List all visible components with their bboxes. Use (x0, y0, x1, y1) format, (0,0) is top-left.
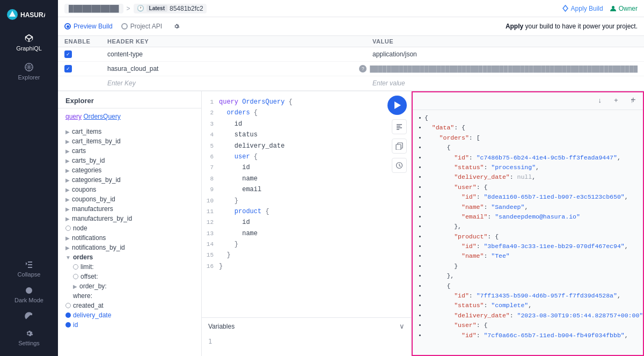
sidebar-collapse-btn[interactable]: Collapse (0, 256, 58, 282)
list-item[interactable]: offset: (58, 272, 201, 281)
latest-badge: Latest (147, 5, 167, 12)
query-line: 16 } (202, 261, 411, 272)
query-editor-main[interactable]: 1 query OrdersQuery { 2 orders { 3 id 4 … (202, 91, 411, 317)
result-line: • } (418, 261, 638, 271)
history-button[interactable] (392, 158, 407, 173)
expand-button[interactable]: + (610, 95, 623, 107)
list-item[interactable]: ▶ carts (58, 146, 201, 156)
top-bar: ███████████ > 🕐 Latest 85481b2fc2 Apply … (58, 0, 644, 17)
explorer-query-name: query OrdersQuery (58, 108, 201, 125)
main-content: ███████████ > 🕐 Latest 85481b2fc2 Apply … (58, 0, 644, 356)
result-line: • "name": "Sandeep", (418, 202, 638, 212)
prettify-button[interactable] (392, 119, 407, 134)
query-line: 1 query OrdersQuery { (202, 97, 411, 107)
list-item[interactable]: created_at (58, 301, 201, 310)
apply-build-button[interactable]: Apply Build (562, 5, 603, 12)
sidebar-darkmode-btn[interactable]: Dark Mode (0, 282, 58, 308)
list-item[interactable]: ▶ notifications (58, 233, 201, 243)
masked-value: ████████████████████████████████████████… (370, 66, 638, 72)
tab-preview-build[interactable]: Preview Build (64, 23, 113, 30)
key-cell-2: hasura_cloud_pat (107, 65, 359, 72)
result-line: • "status": "processing", (418, 163, 638, 172)
checkbox-1[interactable] (64, 50, 72, 58)
list-item[interactable]: ▶ coupons (58, 185, 201, 194)
list-item[interactable]: limit: (58, 262, 201, 272)
headers-section: Preview Build Project API Apply your bui… (58, 17, 644, 91)
headers-settings-button[interactable] (171, 20, 182, 32)
list-item[interactable]: ▶ cart_items_by_id (58, 136, 201, 146)
sidebar-logo: HASURA (0, 5, 58, 28)
result-line: • "product": { (418, 232, 638, 242)
variables-body[interactable]: 1 (202, 335, 411, 356)
checkbox-2[interactable] (64, 65, 72, 72)
placeholder-value[interactable]: Enter value (372, 79, 638, 87)
query-line: 9 email (202, 184, 411, 195)
result-line: • "orders": [ (418, 133, 638, 143)
query-keyword: query (65, 113, 82, 120)
variables-label: Variables (208, 323, 235, 330)
tab-project-api-label: Project API (130, 23, 162, 30)
placeholder-key[interactable]: Enter Key (107, 79, 372, 87)
add-result-button[interactable]: + (628, 95, 639, 105)
owner-label: Owner (619, 5, 638, 12)
run-query-button[interactable] (387, 96, 407, 115)
table-row-empty: Enter Key Enter value (58, 76, 644, 91)
results-toolbar: ↓ + ↑ (413, 92, 643, 110)
list-item[interactable]: where: (58, 291, 201, 301)
query-line: 13 name (202, 228, 411, 239)
result-line: • "id": "8dea1160-65b7-11ed-b907-e3c5123… (418, 192, 638, 202)
tab-project-api[interactable]: Project API (121, 23, 162, 30)
copy-button[interactable] (392, 139, 407, 154)
list-item[interactable]: id (58, 320, 201, 330)
svg-rect-6 (396, 144, 401, 150)
checkbox-cell-1 (64, 50, 107, 58)
graphql-area: Explorer query OrdersQuery ▶ cart_items … (58, 91, 644, 356)
darkmode-label: Dark Mode (14, 297, 43, 303)
list-item[interactable]: ▶ notifications_by_id (58, 243, 201, 252)
query-name-link[interactable]: OrdersQuery (83, 113, 120, 120)
list-item[interactable]: ▶ cart_items (58, 127, 201, 136)
query-line: 2 orders { (202, 107, 411, 118)
list-item[interactable]: ▼ orders (58, 252, 201, 262)
list-item[interactable]: ▶ coupons_by_id (58, 194, 201, 204)
result-line: • }, (418, 222, 638, 231)
result-line: • "user": { (418, 183, 638, 192)
query-line: 6 user { (202, 151, 411, 162)
list-item[interactable]: ▶ order_by: (58, 281, 201, 291)
list-item[interactable]: ▶ categories (58, 165, 201, 175)
table-row: hasura_cloud_pat ? █████████████████████… (58, 62, 644, 76)
scroll-down-button[interactable]: ↓ (594, 95, 606, 107)
tab-radio-preview (64, 23, 71, 30)
query-line: 5 delivery_date (202, 141, 411, 151)
result-line: • "id": "7ff13435-b590-4d6b-957f-f7fd39d… (418, 291, 638, 301)
result-line: • "id": "c7486b75-6b24-41e4-9c5b-ff3fead… (418, 153, 638, 163)
result-line: • "data": { (418, 123, 638, 133)
sidebar-refresh-btn[interactable] (0, 308, 58, 325)
result-line: • "delivery_date": "2023-08-30T19:05:44.… (418, 311, 638, 321)
tab-preview-build-label: Preview Build (74, 23, 113, 30)
list-item[interactable]: node (58, 223, 201, 233)
owner-button[interactable]: Owner (610, 5, 638, 12)
svg-text:HASURA: HASURA (20, 11, 45, 19)
value-cell-2: ? ██████████████████████████████████████… (359, 65, 638, 72)
breadcrumb-project: ███████████ (64, 4, 123, 13)
list-item[interactable]: delivery_date (58, 310, 201, 320)
result-line: • "user": { (418, 321, 638, 330)
variables-chevron[interactable]: ∨ (399, 322, 405, 330)
breadcrumb-separator: > (127, 5, 130, 12)
list-item[interactable]: ▶ carts_by_id (58, 156, 201, 165)
sidebar-settings-btn[interactable]: Settings (0, 325, 58, 351)
sidebar-item-explorer[interactable]: Explorer (0, 57, 58, 86)
query-line: 15 } (202, 250, 411, 260)
variables-section: Variables ∨ (202, 317, 411, 335)
results-panel: ↓ + ↑ •{ • "data": { • "orders": [ • { •… (412, 91, 644, 356)
list-item[interactable]: ▶ categories_by_id (58, 175, 201, 185)
tab-radio-project (121, 23, 128, 30)
query-editor: 1 query OrdersQuery { 2 orders { 3 id 4 … (202, 91, 412, 356)
list-item[interactable]: ▶ manufacturers_by_id (58, 214, 201, 223)
sidebar-item-graphiql[interactable]: GraphiQL (0, 28, 58, 57)
list-item[interactable]: ▶ manufacturers (58, 204, 201, 214)
tabs-bar: Preview Build Project API Apply your bui… (58, 17, 644, 36)
col-key: Header Key (107, 38, 372, 45)
result-line: • "name": "Tee" (418, 251, 638, 261)
